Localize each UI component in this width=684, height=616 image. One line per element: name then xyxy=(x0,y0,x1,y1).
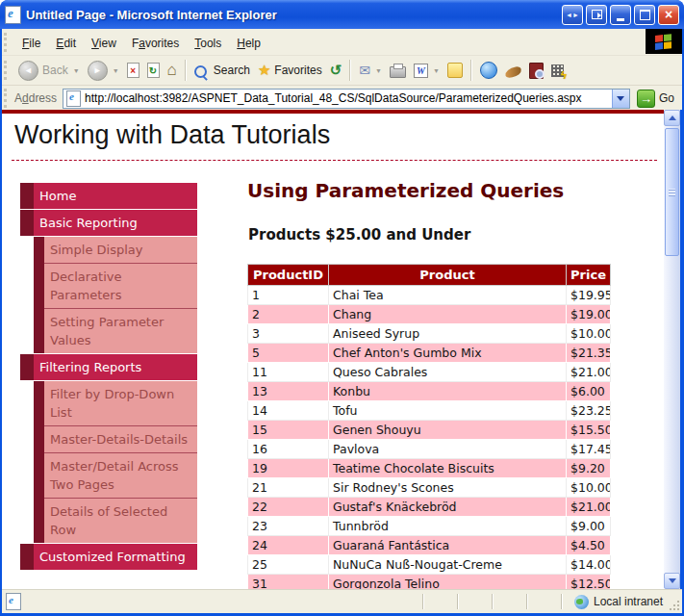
stop-icon: × xyxy=(127,63,139,78)
messenger-button[interactable] xyxy=(476,60,501,81)
sidebar-item-filter-by-drop-down-list[interactable]: Filter by Drop-Down List xyxy=(34,381,197,426)
cell-productid: 1 xyxy=(248,286,329,305)
sidebar-item-home[interactable]: Home xyxy=(20,183,197,209)
nav-accent-block xyxy=(34,426,44,453)
sidebar-item-declarative-parameters[interactable]: Declarative Parameters xyxy=(34,264,197,309)
messenger-globe-icon xyxy=(480,62,497,79)
cell-productid: 15 xyxy=(248,421,329,440)
go-button[interactable]: → Go xyxy=(630,90,678,108)
favorites-button[interactable]: ★ Favorites xyxy=(254,60,326,81)
refresh-button[interactable]: ↻ xyxy=(143,61,164,80)
toolbar-grip[interactable] xyxy=(4,33,10,52)
cell-product: Chef Anton's Gumbo Mix xyxy=(329,344,567,363)
cell-product: Sir Rodney's Scones xyxy=(329,478,567,498)
table-row: 25NuNuCa Nuß-Nougat-Creme$14.00 xyxy=(248,555,611,575)
resize-grip[interactable] xyxy=(669,600,680,611)
chevron-down-icon: ▼ xyxy=(375,67,382,74)
table-body: 1Chai Tea$19.952Chang$19.003Aniseed Syru… xyxy=(248,286,611,590)
window-arrows-button[interactable]: ◄► xyxy=(562,5,583,25)
scrollbar-thumb[interactable] xyxy=(665,128,679,256)
sidebar-item-filtering-reports[interactable]: Filtering Reports xyxy=(20,354,197,380)
cell-price: $4.50 xyxy=(567,536,611,555)
section-subtitle: Products $25.00 and Under xyxy=(248,226,617,244)
cell-product: Chang xyxy=(329,305,567,324)
cell-price: $19.95 xyxy=(567,286,611,305)
print-button[interactable] xyxy=(386,61,410,80)
stop-button[interactable]: × xyxy=(123,61,143,80)
menu-tools[interactable]: Tools xyxy=(187,33,229,54)
cell-product: Tunnbröd xyxy=(329,517,567,536)
cell-price: $21.35 xyxy=(567,344,611,363)
sidebar-item-customized-formatting[interactable]: Customized Formatting xyxy=(20,544,197,570)
table-row: 21Sir Rodney's Scones$10.00 xyxy=(248,478,611,498)
search-button[interactable]: Search xyxy=(190,62,254,80)
table-row: 22Gustaf's Knäckebröd$21.00 xyxy=(248,498,611,517)
maximize-icon xyxy=(640,10,650,20)
research-button[interactable] xyxy=(525,61,547,81)
menu-view[interactable]: View xyxy=(84,33,124,54)
edit-with-word-button[interactable]: W ▼ xyxy=(410,62,443,80)
toolbar-grip[interactable] xyxy=(4,61,10,80)
sidebar-item-master-details-details[interactable]: Master-Details-Details xyxy=(34,426,197,453)
scroll-up-button[interactable] xyxy=(664,110,680,126)
forward-button[interactable]: ► ▼ xyxy=(84,59,123,83)
address-dropdown-button[interactable] xyxy=(612,90,629,108)
fox-icon xyxy=(504,66,521,79)
sidebar-item-basic-reporting[interactable]: Basic Reporting xyxy=(20,210,197,236)
address-combo[interactable]: http://localhost:3982/ASPNET_Data_Tutori… xyxy=(63,89,630,109)
history-button[interactable]: ↺ xyxy=(326,60,346,81)
column-header: Price xyxy=(567,265,611,286)
status-page-icon xyxy=(6,593,21,610)
vertical-scrollbar[interactable] xyxy=(664,110,680,589)
history-icon: ↺ xyxy=(330,62,342,79)
url-text[interactable]: http://localhost:3982/ASPNET_Data_Tutori… xyxy=(85,91,612,105)
toolbar-separator xyxy=(470,60,472,81)
toolbar-grip[interactable] xyxy=(4,89,10,108)
table-header-row: ProductIDProductPrice xyxy=(248,265,611,286)
back-icon: ◄ xyxy=(18,61,38,81)
sidebar-item-master-detail-across-two-pages[interactable]: Master/Detail Across Two Pages xyxy=(34,453,197,499)
sidebar-item-simple-display[interactable]: Simple Display xyxy=(34,237,197,264)
mail-icon: ✉ xyxy=(359,63,370,78)
search-label: Search xyxy=(214,64,250,77)
table-row: 16Pavlova$17.45 xyxy=(248,440,611,459)
menu-favorites[interactable]: Favorites xyxy=(124,33,187,54)
home-button[interactable]: ⌂ xyxy=(164,61,181,80)
column-header: Product xyxy=(329,265,567,286)
address-bar: Address http://localhost:3982/ASPNET_Dat… xyxy=(2,86,682,111)
nav-accent-block xyxy=(34,309,44,353)
sidebar-item-details-of-selected-row[interactable]: Details of Selected Row xyxy=(34,499,197,543)
cell-product: Gustaf's Knäckebröd xyxy=(329,498,567,517)
chevron-down-icon: ▼ xyxy=(433,67,440,74)
cell-price: $10.00 xyxy=(567,324,611,344)
sidebar-item-setting-parameter-values[interactable]: Setting Parameter Values xyxy=(34,309,197,353)
nav-accent-block xyxy=(20,210,34,236)
table-row: 13Konbu$6.00 xyxy=(248,382,611,401)
scroll-down-button[interactable] xyxy=(664,573,680,589)
maximize-button[interactable] xyxy=(634,5,655,25)
menu-help[interactable]: Help xyxy=(229,33,268,54)
mail-button[interactable]: ✉ ▼ xyxy=(355,61,386,80)
discuss-button[interactable] xyxy=(443,61,467,80)
address-label: Address xyxy=(14,91,57,105)
cell-product: Pavlova xyxy=(329,440,567,459)
cell-product: Chai Tea xyxy=(329,286,567,305)
sidebar-item-label: Setting Parameter Values xyxy=(44,309,197,353)
cell-price: $12.50 xyxy=(567,575,611,590)
table-row: 11Queso Cabrales$21.00 xyxy=(248,363,611,382)
minimize-button[interactable] xyxy=(610,5,631,25)
back-button[interactable]: ◄ Back ▼ xyxy=(14,59,84,83)
nav-accent-block xyxy=(34,237,44,264)
toolbar-separator xyxy=(185,60,187,81)
chevron-down-icon: ▼ xyxy=(113,67,119,74)
plugin-button[interactable]: ϟ xyxy=(547,63,568,79)
cell-productid: 13 xyxy=(248,382,329,401)
menu-file[interactable]: File xyxy=(14,33,48,54)
assistant-button[interactable] xyxy=(501,62,525,79)
menu-edit[interactable]: Edit xyxy=(48,33,84,54)
window-popout-button[interactable] xyxy=(586,5,607,25)
cell-productid: 21 xyxy=(248,478,329,498)
cell-product: Konbu xyxy=(329,382,567,401)
cell-productid: 5 xyxy=(248,344,329,363)
close-button[interactable]: × xyxy=(658,5,679,25)
